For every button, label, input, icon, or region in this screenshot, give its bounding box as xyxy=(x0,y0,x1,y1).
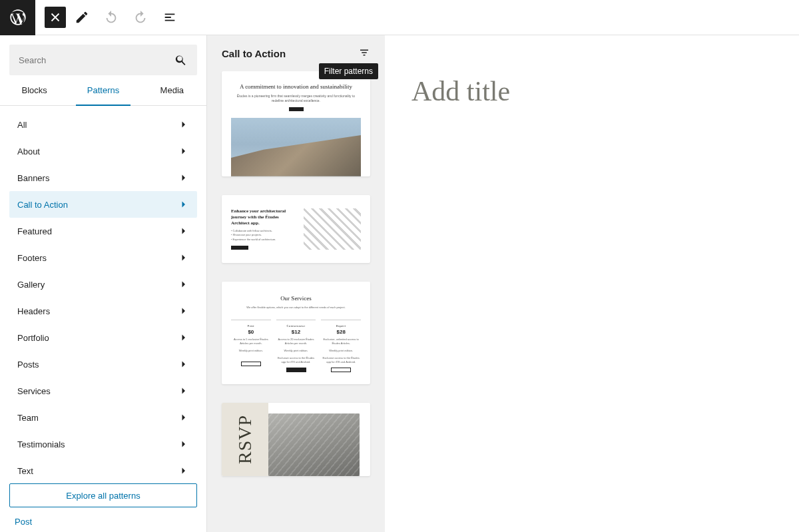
pattern-preview-3[interactable]: Our Services We offer flexible options, … xyxy=(222,282,370,384)
filter-icon xyxy=(358,47,370,59)
search-icon xyxy=(174,53,188,67)
document-overview-button[interactable] xyxy=(156,4,183,31)
footer-post-link[interactable]: Post xyxy=(0,517,206,532)
category-about[interactable]: About xyxy=(9,138,197,164)
category-headers[interactable]: Headers xyxy=(9,298,197,324)
search-input-wrap xyxy=(9,45,197,75)
preview-list: • Collaborate with fellow architects. • … xyxy=(231,229,297,242)
preview-button xyxy=(286,368,306,372)
chevron-right-icon xyxy=(177,305,189,317)
preview-button xyxy=(289,107,304,111)
chevron-right-icon xyxy=(177,278,189,290)
edit-tool-button[interactable] xyxy=(69,4,95,31)
preview-button xyxy=(241,362,261,366)
chevron-right-icon xyxy=(177,411,189,423)
chevron-right-icon xyxy=(177,252,189,264)
inserter-sidebar: Blocks Patterns Media All About Banners … xyxy=(0,35,207,532)
category-testimonials[interactable]: Testimonials xyxy=(9,431,197,457)
category-gallery[interactable]: Gallery xyxy=(9,271,197,298)
filter-tooltip: Filter patterns xyxy=(319,63,378,79)
preview-button xyxy=(331,368,351,372)
preview-rsvp-text: RSVP xyxy=(234,415,256,464)
category-team[interactable]: Team xyxy=(9,404,197,431)
preview-image xyxy=(304,208,361,250)
patterns-column: Call to Action Filter patterns A commitm… xyxy=(207,35,385,532)
category-call-to-action[interactable]: Call to Action xyxy=(9,191,197,218)
category-all[interactable]: All xyxy=(9,111,197,138)
explore-all-patterns-button[interactable]: Explore all patterns xyxy=(9,483,197,507)
tab-media[interactable]: Media xyxy=(138,75,206,105)
top-toolbar xyxy=(0,0,799,35)
category-posts[interactable]: Posts xyxy=(9,351,197,378)
category-footers[interactable]: Footers xyxy=(9,244,197,271)
search-input[interactable] xyxy=(19,55,174,65)
chevron-right-icon xyxy=(177,198,189,210)
patterns-heading: Call to Action xyxy=(222,48,286,59)
preview-headline: A commitment to innovation and sustainab… xyxy=(231,83,361,91)
pattern-preview-4[interactable]: RSVP xyxy=(222,403,370,476)
preview-subtext: We offer flexible options, which you can… xyxy=(231,306,361,309)
preview-headline: Enhance your architectural journey with … xyxy=(231,208,297,226)
chevron-right-icon xyxy=(177,438,189,450)
preview-subtext: Études is a pioneering firm that seamles… xyxy=(231,94,361,103)
preview-title: Our Services xyxy=(231,295,361,302)
editor-canvas[interactable]: Add title xyxy=(385,35,799,532)
pattern-preview-2[interactable]: Enhance your architectural journey with … xyxy=(222,195,370,263)
tab-blocks[interactable]: Blocks xyxy=(0,75,69,105)
close-inserter-button[interactable] xyxy=(45,7,66,28)
redo-button[interactable] xyxy=(127,4,154,31)
preview-image xyxy=(231,118,361,176)
chevron-right-icon xyxy=(177,172,189,184)
preview-image xyxy=(268,413,360,476)
category-services[interactable]: Services xyxy=(9,378,197,404)
wordpress-logo[interactable] xyxy=(0,0,35,35)
tab-patterns[interactable]: Patterns xyxy=(69,75,137,105)
chevron-right-icon xyxy=(177,225,189,237)
category-banners[interactable]: Banners xyxy=(9,164,197,191)
preview-button xyxy=(231,246,248,250)
chevron-right-icon xyxy=(177,145,189,157)
pattern-preview-1[interactable]: A commitment to innovation and sustainab… xyxy=(222,71,370,176)
chevron-right-icon xyxy=(177,332,189,344)
category-text[interactable]: Text xyxy=(9,457,197,474)
filter-patterns-button[interactable] xyxy=(358,47,370,61)
chevron-right-icon xyxy=(177,358,189,370)
chevron-right-icon xyxy=(177,465,189,474)
chevron-right-icon xyxy=(177,119,189,131)
inserter-tabs: Blocks Patterns Media xyxy=(0,75,206,106)
undo-button[interactable] xyxy=(98,4,125,31)
category-portfolio[interactable]: Portfolio xyxy=(9,324,197,351)
chevron-right-icon xyxy=(177,385,189,397)
post-title-input[interactable]: Add title xyxy=(411,75,772,107)
category-list: All About Banners Call to Action Feature… xyxy=(0,106,206,474)
category-featured[interactable]: Featured xyxy=(9,218,197,244)
